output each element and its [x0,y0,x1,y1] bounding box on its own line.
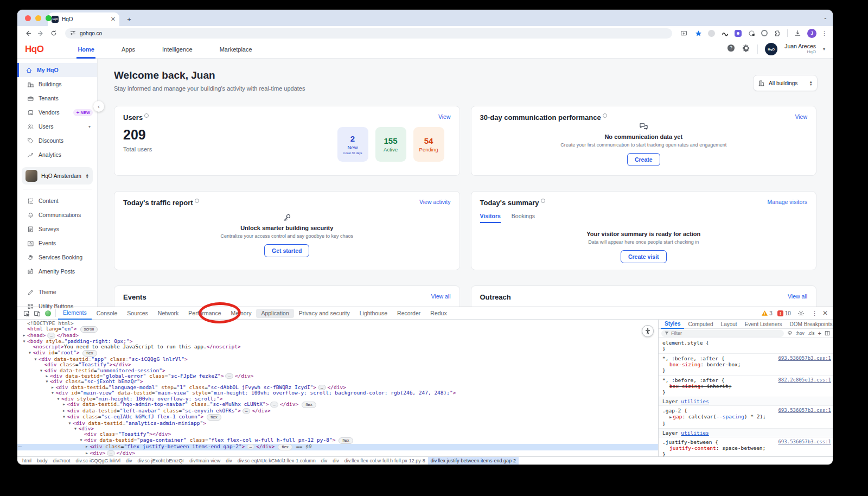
extensions-puzzle-icon[interactable] [773,28,782,38]
tab-close-icon[interactable]: ✕ [111,16,116,23]
bookmark-star-icon[interactable] [693,28,703,38]
user-avatar[interactable]: HqO [765,43,777,55]
browser-tab[interactable]: HqO HqO ✕ [48,12,119,26]
rule-source-link[interactable]: 882.2c805e13.css:1 [778,377,831,383]
breadcrumb-div-sc-jexoht-bemzqr[interactable]: div.sc-jExoht.bEmzQr [135,457,187,465]
help-icon[interactable]: ? [727,44,735,54]
site-settings-icon[interactable] [70,30,76,37]
outreach-view-all-link[interactable]: View all [788,293,807,300]
rule-source-link[interactable]: 693.536057b3.css:1 [778,439,831,445]
sidebar-item-events[interactable]: Events [17,236,97,250]
sidebar-item-analytics[interactable]: Analytics [17,148,97,162]
comm-view-link[interactable]: View [795,113,807,120]
sidebar-collapse-button[interactable]: ‹ [93,101,104,112]
styles-tab-styles[interactable]: Styles [661,320,684,329]
info-icon[interactable] [541,199,545,203]
dom-node[interactable]: </div> [17,456,658,456]
users-view-link[interactable]: View [438,113,451,120]
breadcrumb-body[interactable]: body [34,457,50,465]
layer-link[interactable]: utilities [681,398,709,404]
minimize-window-button[interactable] [35,15,41,21]
rule-source-link[interactable]: 693.536057b3.css:1 [778,408,831,414]
events-view-all-link[interactable]: View all [431,293,451,300]
devtools-tab-lighthouse[interactable]: Lighthouse [355,307,392,320]
dom-node[interactable]: <noscript>You need to enable JavaScript … [17,344,658,349]
get-started-button[interactable]: Get started [264,244,309,257]
styles-tab-event-listeners[interactable]: Event Listeners [741,320,786,329]
sidebar-item-services-booking[interactable]: Services Booking [17,250,97,264]
breadcrumb-div-flex-justify-between-items-end-gap-2[interactable]: div.flex.justify-between.items-end.gap-2 [428,457,519,465]
class-toggle[interactable]: .cls [808,330,815,336]
styles-tab-computed[interactable]: Computed [684,320,717,329]
tab-visitors[interactable]: Visitors [480,213,501,223]
sidebar-item-my-hqo[interactable]: My HqO [17,63,97,77]
sidebar-item-vendors[interactable]: Vendors✦ NEW [17,105,97,119]
dark-extension-icon[interactable] [720,28,730,38]
maximize-window-button[interactable] [46,15,52,21]
breadcrumb-div[interactable]: div [330,457,342,465]
style-rule[interactable]: element.style {} [659,338,833,354]
sidebar-item-utility-buttons[interactable]: Utility Buttons [17,299,97,313]
dom-node[interactable]: <html lang="en">scroll [17,326,658,333]
nav-tab-marketplace[interactable]: Marketplace [219,40,253,59]
window-controls[interactable] [25,15,52,21]
style-rule[interactable]: 693.536057b3.css:1.gap-2 {▶gap: calc(var… [659,406,833,429]
info-icon[interactable] [144,113,149,118]
downloads-icon[interactable] [793,28,802,38]
devtools-menu-icon[interactable]: ⋮ [812,310,818,317]
tab-bookings[interactable]: Bookings [512,213,535,223]
devtools-tab-network[interactable]: Network [153,307,184,320]
new-tab-button[interactable]: + [125,15,133,23]
dimmed-extension-icon[interactable] [708,30,715,37]
breadcrumb-div-root[interactable]: div#root [50,457,73,465]
styles-filter-input[interactable]: Filter [661,330,784,337]
layer-link[interactable]: utilities [681,430,709,436]
sidebar-item-users[interactable]: Users▾ [17,119,97,133]
sidebar-item-buildings[interactable]: Buildings [17,77,97,91]
issues-badge[interactable]: ! 10 [777,310,791,316]
hqo-logo[interactable]: HqO [25,44,43,55]
nav-tab-home[interactable]: Home [76,40,95,59]
user-block[interactable]: Juan Areces HqO [784,43,816,54]
pseudo-hover-toggle[interactable]: :hov [796,330,805,336]
dom-node[interactable]: <!DOCTYPE html> [17,321,658,326]
breadcrumb-html[interactable]: html [20,457,34,465]
warnings-badge[interactable]: 3 [762,310,773,316]
sidebar-item-communications[interactable]: Communications [17,208,97,222]
lock-extension-icon[interactable] [746,28,756,38]
devtools-tab-sources[interactable]: Sources [122,307,153,320]
forward-button[interactable] [36,28,46,38]
devtools-tab-recorder[interactable]: Recorder [392,307,425,320]
dom-node-selected[interactable]: ⋯▶<div class="flex justify-between items… [17,444,658,450]
sidebar-item-content[interactable]: Content [17,194,97,208]
url-text[interactable]: gohqo.co [80,30,102,36]
ring-extension-icon[interactable] [761,30,768,36]
settings-gear-icon[interactable] [742,44,750,54]
breadcrumb-div-main-view[interactable]: div#main-view [187,457,223,465]
sidebar-item-amenity-posts[interactable]: Amenity Posts [17,264,97,278]
install-app-icon[interactable] [679,28,688,38]
create-visit-button[interactable]: Create visit [621,250,667,263]
style-rule[interactable]: 882.2c805e13.css:1*, :before, :after {bo… [659,376,833,397]
sidebar-item-tenants[interactable]: Tenants [17,91,97,105]
sidebar-item-theme[interactable]: Theme [17,285,97,299]
create-communication-button[interactable]: Create [627,153,660,166]
devtools-tab-privacy-and-security[interactable]: Privacy and security [294,307,355,320]
view-activity-link[interactable]: View activity [419,199,451,205]
manage-visitors-link[interactable]: Manage visitors [767,199,807,205]
user-menu-chevron-icon[interactable]: ▾ [823,47,825,52]
nav-tab-intelligence[interactable]: Intelligence [161,40,194,59]
style-rule[interactable]: 693.536057b3.css:1*, :before, :after {bo… [659,354,833,376]
nav-tab-apps[interactable]: Apps [120,40,136,59]
new-style-rule-icon[interactable]: + [818,330,821,336]
info-icon[interactable] [603,113,607,118]
devtools-tab-redux[interactable]: Redux [425,307,451,320]
dom-node[interactable]: ▼<div data-testid="analytics-admin-minia… [17,421,658,426]
reload-button[interactable] [49,28,59,38]
browser-profile-avatar[interactable]: J [807,29,816,38]
cascade-layers-icon[interactable] [787,330,793,336]
devtools-close-icon[interactable]: ✕ [822,309,828,317]
breadcrumb-div[interactable]: div [123,457,135,465]
browser-menu-icon[interactable]: ⋮ [821,30,827,37]
rule-source-link[interactable]: 693.536057b3.css:1 [778,355,831,361]
